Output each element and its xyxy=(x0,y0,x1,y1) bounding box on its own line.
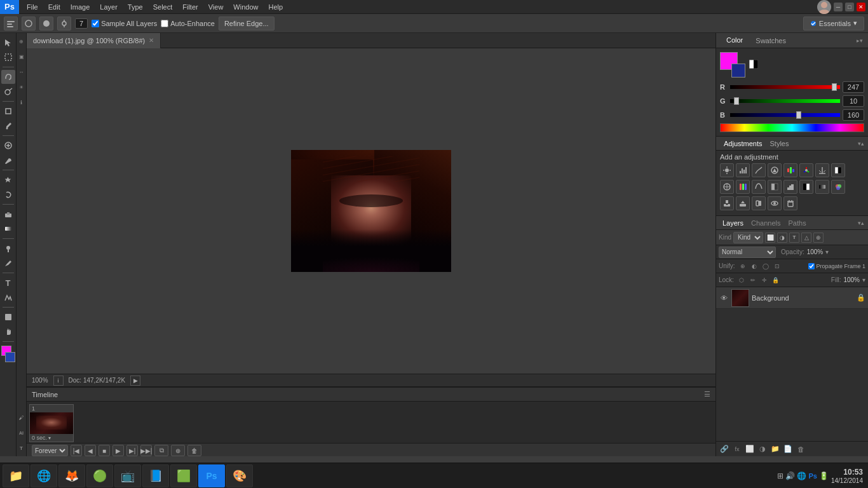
tool-brush[interactable] xyxy=(1,153,15,167)
layers-link-icon[interactable]: 🔗 xyxy=(719,444,730,455)
taskbar-app9[interactable]: 🎨 xyxy=(226,464,253,487)
unify-visibility-icon[interactable]: ◯ xyxy=(761,261,771,271)
side-icon-brush[interactable]: 🖌 xyxy=(17,410,26,424)
minimize-button[interactable]: ─ xyxy=(834,3,843,11)
menu-type[interactable]: Type xyxy=(123,2,148,12)
menu-file[interactable]: File xyxy=(22,2,43,12)
document-tab[interactable]: download (1).jpg @ 100% (RGB/8#) ✕ xyxy=(27,33,161,48)
adj-load-icon[interactable] xyxy=(736,196,750,210)
channels-tab[interactable]: Channels xyxy=(749,218,783,228)
side-icon-ai[interactable]: AI xyxy=(17,426,26,440)
tray-icon-4[interactable]: 🔋 xyxy=(819,471,829,480)
refine-edge-button[interactable]: Refine Edge... xyxy=(219,17,275,30)
timeline-menu-icon[interactable]: ☰ xyxy=(704,390,710,398)
timeline-next-btn[interactable]: ▶| xyxy=(126,445,138,456)
timeline-duplicate-btn[interactable]: ⊕ xyxy=(171,445,185,456)
swatches-tab[interactable]: Swatches xyxy=(750,36,791,46)
timeline-tween-btn[interactable]: ⧉ xyxy=(154,445,168,456)
tray-icon-2[interactable]: 🔊 xyxy=(785,471,795,480)
tool-gradient[interactable] xyxy=(1,222,15,236)
adj-vibrance-icon[interactable] xyxy=(783,163,797,177)
timeline-end-btn[interactable]: ▶▶| xyxy=(140,445,152,456)
side-icon-1[interactable]: ⊕ xyxy=(17,34,26,48)
taskbar-chrome[interactable]: 🌐 xyxy=(31,464,57,487)
background-color[interactable] xyxy=(5,352,15,362)
tool-eraser[interactable] xyxy=(1,207,15,221)
taskbar-firefox[interactable]: 🦊 xyxy=(58,464,85,487)
g-slider[interactable] xyxy=(730,98,840,104)
layers-tab[interactable]: Layers xyxy=(720,218,746,228)
side-icon-4[interactable]: ☀ xyxy=(17,80,26,94)
lt-adjustment-icon[interactable]: ◑ xyxy=(777,233,787,243)
tool-clone-stamp[interactable] xyxy=(1,173,15,187)
lt-shape-icon[interactable]: △ xyxy=(801,233,811,243)
tray-icon-ps[interactable]: Ps xyxy=(808,472,817,480)
fill-value[interactable]: 100% xyxy=(843,276,860,283)
tool-path-selection[interactable] xyxy=(1,290,15,304)
timeline-stop-btn[interactable]: ■ xyxy=(98,445,110,456)
color-panel-collapse[interactable]: ▸▾ xyxy=(857,37,863,44)
layers-mask-icon[interactable]: ⬜ xyxy=(744,444,756,455)
blend-mode-select[interactable]: Normal xyxy=(719,247,776,258)
menu-edit[interactable]: Edit xyxy=(43,2,65,12)
tool-pen[interactable] xyxy=(1,256,15,270)
brush-size-value[interactable]: 7 xyxy=(75,18,88,29)
lock-paint-icon[interactable]: ✏ xyxy=(748,275,758,285)
kind-select[interactable]: Kind xyxy=(733,232,763,243)
adj-color-lookup-icon[interactable] xyxy=(752,180,766,194)
adj-posterize-icon[interactable] xyxy=(783,180,797,194)
adj-brightness-icon[interactable] xyxy=(720,163,734,177)
status-info-icon[interactable]: i xyxy=(53,376,64,386)
opacity-dropdown[interactable]: ▾ xyxy=(825,248,829,255)
color-tab[interactable]: Color xyxy=(721,35,748,46)
menu-view[interactable]: View xyxy=(203,2,229,12)
brush-size-icon[interactable] xyxy=(57,17,71,30)
grayscale-icon[interactable] xyxy=(749,60,758,70)
frame-time[interactable]: 0 sec. ▾ xyxy=(30,434,73,442)
fill-dropdown[interactable]: ▾ xyxy=(862,276,865,283)
lt-pixel-icon[interactable]: ⬜ xyxy=(765,233,775,243)
menu-help[interactable]: Help xyxy=(263,2,288,12)
lock-pixel-icon[interactable]: ⬡ xyxy=(736,275,747,285)
timeline-play-btn[interactable]: ▶ xyxy=(112,445,124,456)
brush-mode-icon[interactable] xyxy=(39,17,53,30)
timeline-delete-btn[interactable]: 🗑 xyxy=(187,445,201,456)
auto-enhance-checkbox[interactable]: Auto-Enhance xyxy=(161,20,215,27)
tray-icon-1[interactable]: ⊞ xyxy=(777,471,783,480)
adjustments-tab[interactable]: Adjustments xyxy=(720,139,766,149)
styles-tab[interactable]: Styles xyxy=(766,139,793,149)
canvas-viewport[interactable] xyxy=(27,48,715,374)
lt-type-icon[interactable]: T xyxy=(789,233,799,243)
status-arrow-icon[interactable]: ▶ xyxy=(130,376,140,386)
essentials-button[interactable]: Essentials ▾ xyxy=(803,17,864,30)
tool-hand[interactable] xyxy=(1,325,15,339)
paths-tab[interactable]: Paths xyxy=(786,218,809,228)
tool-quick-select[interactable] xyxy=(1,85,15,98)
unify-position-icon[interactable]: ⊕ xyxy=(738,261,748,271)
tool-preset-picker[interactable] xyxy=(4,17,18,30)
side-icon-type2[interactable]: T xyxy=(17,441,26,455)
tool-history-brush[interactable] xyxy=(1,187,15,201)
b-slider[interactable] xyxy=(730,112,840,118)
adj-threshold-icon[interactable] xyxy=(799,180,813,194)
layers-delete-icon[interactable]: 🗑 xyxy=(795,444,806,455)
adj-curves-icon[interactable] xyxy=(752,163,766,177)
adj-channel-mixer-icon[interactable] xyxy=(736,180,750,194)
taskbar-photoshop[interactable]: Ps xyxy=(198,464,225,487)
unify-clipping-icon[interactable]: ⊡ xyxy=(772,261,782,271)
adj-colorbalance-icon[interactable] xyxy=(815,163,829,177)
adj-photo-filter-icon[interactable] xyxy=(720,180,734,194)
timeline-frame-1[interactable]: 1 0 sec. ▾ xyxy=(29,404,74,442)
taskbar-word[interactable]: 📘 xyxy=(142,464,169,487)
opacity-value[interactable]: 100% xyxy=(807,248,824,255)
color-swatches[interactable] xyxy=(1,346,15,362)
tool-dodge[interactable] xyxy=(1,241,15,255)
layer-visibility-icon[interactable]: 👁 xyxy=(719,293,729,303)
layers-adjustment-icon[interactable]: ◑ xyxy=(757,444,768,455)
taskbar-app4[interactable]: 🟢 xyxy=(86,464,113,487)
adj-exposure-icon[interactable] xyxy=(768,163,782,177)
g-value-input[interactable]: 10 xyxy=(843,95,864,107)
menu-layer[interactable]: Layer xyxy=(95,2,123,12)
taskbar-app5[interactable]: 📺 xyxy=(114,464,141,487)
menu-window[interactable]: Window xyxy=(228,2,263,12)
